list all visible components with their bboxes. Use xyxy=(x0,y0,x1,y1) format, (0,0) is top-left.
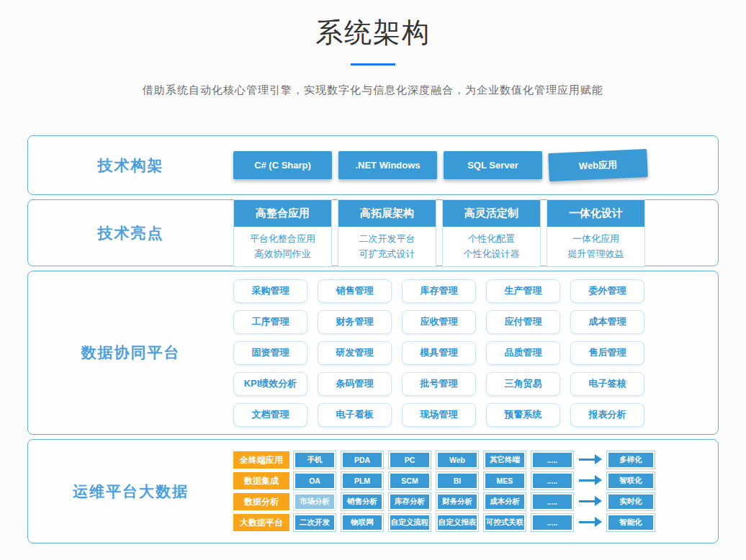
highlight-card: 高灵活定制个性化配置个性化设计器 xyxy=(442,199,541,267)
highlight-card-title: 一体化设计 xyxy=(547,200,644,227)
highlight-card-title: 高灵活定制 xyxy=(443,200,540,227)
ops-item-button[interactable]: MES xyxy=(484,472,526,489)
module-button[interactable]: 采购管理 xyxy=(233,279,307,303)
module-button[interactable]: 文档管理 xyxy=(233,403,307,427)
arrow-right-icon xyxy=(579,514,603,531)
module-button[interactable]: 销售管理 xyxy=(318,279,392,303)
ops-category-label: 数据分析 xyxy=(233,493,289,510)
ops-item-button[interactable]: 二次开发 xyxy=(294,514,336,531)
ops-row: 数据集成OAPLMSCMBIMES.....智联化 xyxy=(233,472,655,489)
ops-item-button[interactable]: ..... xyxy=(531,493,573,510)
ops-item-button[interactable]: OA xyxy=(294,472,336,489)
ops-item-button[interactable]: PC xyxy=(389,451,431,469)
module-button[interactable]: 批号管理 xyxy=(402,372,476,396)
page-subtitle: 借助系统自动化核心管理引擎，实现数字化与信息化深度融合，为企业数值化管理应用赋能 xyxy=(0,83,746,97)
ops-result-button: 多样化 xyxy=(607,451,655,469)
module-button[interactable]: 生产管理 xyxy=(486,279,560,303)
tech-stack-buttons: C# (C Sharp).NET WindowsSQL ServerWeb应用 xyxy=(233,151,647,179)
ops-item-button[interactable]: 财务分析 xyxy=(436,493,478,510)
ops-item-button[interactable]: 成本分析 xyxy=(484,493,526,510)
ops-row: 数据分析市场分析销售分析库存分析财务分析成本分析.....实时化 xyxy=(233,493,655,510)
ops-item-button[interactable]: 其它终端 xyxy=(484,451,526,469)
ops-item-button[interactable]: 自定义流程 xyxy=(389,514,431,531)
highlight-card-title: 高拓展架构 xyxy=(338,200,436,227)
highlight-card-line: 提升管理效益 xyxy=(547,246,644,261)
module-button[interactable]: 三角贸易 xyxy=(486,372,560,396)
ops-row: 大数据平台二次开发物联网自定义流程自定义报表可控式关联.....智能化 xyxy=(233,514,655,531)
arrow-right-icon xyxy=(579,493,603,510)
ops-item-button[interactable]: ..... xyxy=(531,472,573,489)
highlight-card-line: 高效协同作业 xyxy=(234,246,331,261)
section-ops-bigdata: 运维平台大数据 全终端应用手机PDAPCWeb其它终端.....多样化数据集成O… xyxy=(27,439,719,543)
highlight-card-body: 平台化整合应用高效协同作业 xyxy=(234,227,331,266)
ops-item-button[interactable]: 销售分析 xyxy=(341,493,383,510)
page-title: 系统架构 xyxy=(0,0,746,51)
highlight-card: 高整合应用平台化整合应用高效协同作业 xyxy=(233,199,332,267)
module-button[interactable]: KPI绩效分析 xyxy=(233,372,307,396)
ops-category-label: 数据集成 xyxy=(233,472,289,489)
module-button[interactable]: 应付管理 xyxy=(486,310,560,334)
title-underline xyxy=(351,63,395,66)
ops-result-button: 实时化 xyxy=(607,493,655,510)
highlight-card-title: 高整合应用 xyxy=(234,200,331,227)
module-button[interactable]: 委外管理 xyxy=(570,279,644,303)
module-button[interactable]: 成本管理 xyxy=(570,310,644,334)
section-data-platform: 数据协同平台 采购管理销售管理库存管理生产管理委外管理工序管理财务管理应收管理应… xyxy=(27,271,719,435)
highlight-card-line: 个性化配置 xyxy=(443,231,540,246)
highlight-card-line: 可扩充式设计 xyxy=(338,246,436,261)
highlight-card-line: 二次开发平台 xyxy=(338,231,436,246)
module-button[interactable]: 工序管理 xyxy=(233,310,307,334)
module-button[interactable]: 研发管理 xyxy=(318,341,392,365)
ops-item-button[interactable]: ..... xyxy=(531,451,573,469)
ops-item-button[interactable]: 自定义报表 xyxy=(436,514,478,531)
ops-result-button: 智联化 xyxy=(607,472,655,489)
tech-stack-button[interactable]: C# (C Sharp) xyxy=(233,151,332,179)
tech-stack-button[interactable]: SQL Server xyxy=(444,151,542,179)
ops-item-button[interactable]: PDA xyxy=(341,451,383,469)
highlight-card-line: 个性化设计器 xyxy=(443,246,540,261)
ops-category-label: 全终端应用 xyxy=(233,451,289,469)
module-button[interactable]: 库存管理 xyxy=(402,279,476,303)
ops-rows: 全终端应用手机PDAPCWeb其它终端.....多样化数据集成OAPLMSCMB… xyxy=(233,451,655,531)
module-button[interactable]: 条码管理 xyxy=(318,372,392,396)
section-label-tech-highlights: 技术亮点 xyxy=(28,223,233,243)
module-button[interactable]: 预警系统 xyxy=(486,403,560,427)
tech-stack-button[interactable]: .NET Windows xyxy=(338,151,437,179)
highlight-card-line: 平台化整合应用 xyxy=(234,231,331,246)
ops-item-button[interactable]: Web xyxy=(436,451,478,469)
ops-item-button[interactable]: 物联网 xyxy=(341,514,383,531)
module-button[interactable]: 品质管理 xyxy=(486,341,560,365)
module-button[interactable]: 售后管理 xyxy=(570,341,644,365)
tech-stack-button[interactable]: Web应用 xyxy=(548,149,648,181)
module-button[interactable]: 现场管理 xyxy=(402,403,476,427)
highlight-card-body: 个性化配置个性化设计器 xyxy=(443,227,540,266)
ops-item-button[interactable]: 库存分析 xyxy=(389,493,431,510)
ops-category-label: 大数据平台 xyxy=(233,514,289,531)
module-grid: 采购管理销售管理库存管理生产管理委外管理工序管理财务管理应收管理应付管理成本管理… xyxy=(233,279,644,427)
module-button[interactable]: 报表分析 xyxy=(570,403,644,427)
ops-item-button[interactable]: BI xyxy=(436,472,478,489)
ops-item-button[interactable]: 手机 xyxy=(294,451,336,469)
arrow-right-icon xyxy=(579,451,603,469)
ops-item-button[interactable]: PLM xyxy=(341,472,383,489)
module-button[interactable]: 固资管理 xyxy=(233,341,307,365)
ops-row: 全终端应用手机PDAPCWeb其它终端.....多样化 xyxy=(233,451,655,469)
ops-item-button[interactable]: SCM xyxy=(389,472,431,489)
module-button[interactable]: 应收管理 xyxy=(402,310,476,334)
section-tech-stack: 技术构架 C# (C Sharp).NET WindowsSQL ServerW… xyxy=(27,135,719,195)
module-button[interactable]: 电子看板 xyxy=(318,403,392,427)
ops-item-button[interactable]: ..... xyxy=(531,514,573,531)
module-button[interactable]: 电子签核 xyxy=(570,372,644,396)
highlight-card-body: 一体化应用提升管理效益 xyxy=(547,227,644,266)
section-label-ops-bigdata: 运维平台大数据 xyxy=(28,482,233,502)
page: 系统架构 借助系统自动化核心管理引擎，实现数字化与信息化深度融合，为企业数值化管… xyxy=(0,0,746,560)
module-button[interactable]: 财务管理 xyxy=(318,310,392,334)
section-label-tech-stack: 技术构架 xyxy=(28,155,233,176)
section-label-data-platform: 数据协同平台 xyxy=(28,343,233,363)
highlight-card-line: 一体化应用 xyxy=(547,231,644,246)
ops-item-button[interactable]: 可控式关联 xyxy=(484,514,526,531)
highlight-card-body: 二次开发平台可扩充式设计 xyxy=(338,227,436,266)
module-button[interactable]: 模具管理 xyxy=(402,341,476,365)
ops-item-button[interactable]: 市场分析 xyxy=(294,493,336,510)
highlight-card: 一体化设计一体化应用提升管理效益 xyxy=(547,199,645,267)
